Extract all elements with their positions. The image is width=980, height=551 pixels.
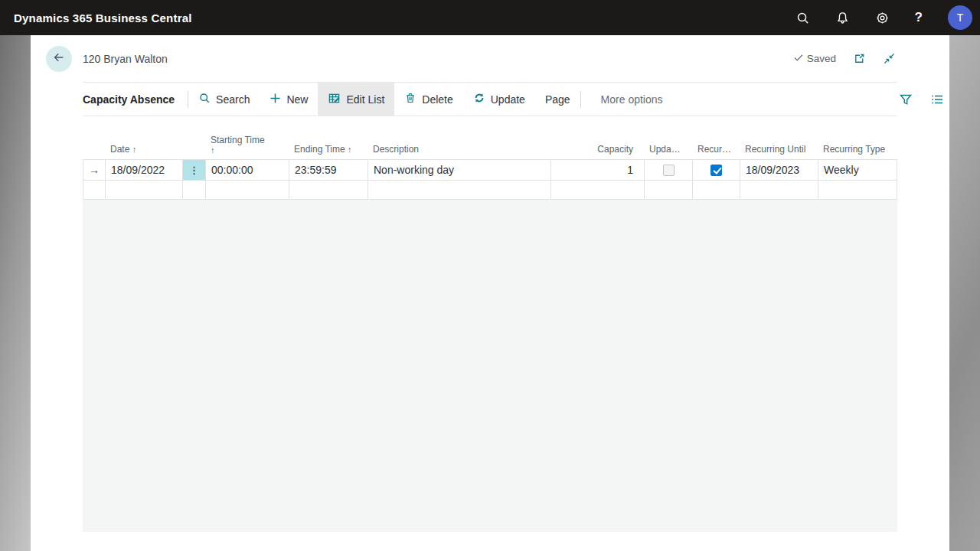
- empty-list-area: [83, 200, 897, 532]
- current-row-arrow-icon: →: [89, 164, 100, 176]
- edit-list-icon: [328, 92, 341, 107]
- list-view-icon[interactable]: [930, 93, 944, 106]
- capacity-absence-table: Date ↑ Starting Time↑ Ending Time ↑ Desc…: [31, 116, 949, 532]
- page-content: 120 Bryan Walton Saved Capacity Absenc: [31, 35, 949, 551]
- page-header-actions: Saved: [793, 52, 949, 65]
- left-gradient-band: [0, 35, 31, 551]
- column-header-recurring[interactable]: Recur…: [692, 144, 740, 155]
- ending-time-cell[interactable]: 23:59:59: [289, 160, 368, 180]
- sort-asc-icon: ↑: [348, 145, 352, 154]
- back-arrow-icon: [52, 51, 66, 67]
- new-button[interactable]: New: [260, 83, 318, 116]
- toolbar-right-icons: [899, 93, 949, 106]
- help-icon[interactable]: ?: [915, 10, 923, 25]
- column-header-capacity[interactable]: Capacity: [550, 144, 644, 155]
- filter-icon[interactable]: [899, 93, 913, 106]
- sort-asc-icon: ↑: [211, 145, 283, 155]
- search-icon: [198, 92, 211, 106]
- recurring-type-cell[interactable]: Weekly: [818, 160, 898, 180]
- column-header-starting-time[interactable]: Starting Time↑: [205, 135, 289, 155]
- topbar-actions: ? T: [795, 5, 972, 30]
- back-button[interactable]: [46, 46, 72, 72]
- search-icon[interactable]: [795, 11, 810, 25]
- starting-time-cell[interactable]: 00:00:00: [206, 160, 289, 180]
- update-button[interactable]: Update: [463, 83, 535, 116]
- app-title: Dynamics 365 Business Central: [14, 11, 192, 24]
- edit-list-button-label: Edit List: [346, 93, 384, 106]
- column-header-recurring-type[interactable]: Recurring Type: [818, 144, 897, 155]
- open-in-window-icon[interactable]: [853, 52, 866, 65]
- avatar[interactable]: T: [948, 5, 972, 30]
- saved-label: Saved: [807, 53, 836, 64]
- page-menu-button[interactable]: Page: [535, 83, 580, 116]
- main-area: 120 Bryan Walton Saved Capacity Absenc: [0, 35, 980, 551]
- description-cell[interactable]: Non-working day: [368, 160, 551, 180]
- delete-button-label: Delete: [422, 93, 452, 106]
- page-menu-label: Page: [545, 93, 570, 106]
- cell-context-menu[interactable]: ⋮: [183, 160, 206, 180]
- column-header-update[interactable]: Upda…: [644, 144, 692, 155]
- plus-icon: [270, 93, 281, 106]
- edit-list-button[interactable]: Edit List: [318, 83, 394, 116]
- page-header: 120 Bryan Walton Saved: [31, 35, 949, 82]
- search-button[interactable]: Search: [188, 83, 260, 116]
- recurring-until-cell[interactable]: 18/09/2023: [740, 160, 818, 180]
- refresh-icon: [473, 92, 485, 106]
- notifications-bell-icon[interactable]: [835, 11, 850, 25]
- trash-icon: [404, 92, 416, 106]
- list-caption: Capacity Absence: [83, 93, 175, 106]
- update-button-label: Update: [491, 93, 525, 106]
- right-gradient-band: [949, 35, 980, 551]
- delete-button[interactable]: Delete: [394, 83, 462, 116]
- recurring-checkbox[interactable]: [710, 165, 722, 176]
- avatar-initial: T: [957, 11, 964, 24]
- saved-indicator: Saved: [793, 52, 836, 65]
- row-selector-cell[interactable]: →: [83, 160, 106, 180]
- search-button-label: Search: [216, 93, 250, 106]
- table-row-empty[interactable]: [83, 181, 897, 200]
- column-header-description[interactable]: Description: [368, 144, 550, 155]
- table-header-row: Date ↑ Starting Time↑ Ending Time ↑ Desc…: [83, 122, 897, 159]
- update-checkbox[interactable]: [663, 165, 675, 176]
- table-row: → 18/09/2022 ⋮ 00:00:00 23:59:59 Non-wor…: [83, 159, 897, 181]
- topbar: Dynamics 365 Business Central ? T: [0, 0, 980, 35]
- column-header-ending-time[interactable]: Ending Time ↑: [289, 144, 368, 155]
- action-bar: Capacity Absence Search New Edit List: [31, 83, 949, 116]
- column-header-date[interactable]: Date ↑: [105, 144, 182, 155]
- capacity-cell[interactable]: 1: [551, 160, 645, 180]
- toolbar-divider: [580, 91, 581, 108]
- update-checkbox-cell: [645, 160, 693, 180]
- settings-gear-icon[interactable]: [875, 11, 890, 25]
- column-header-recurring-until[interactable]: Recurring Until: [740, 144, 818, 155]
- more-options-button[interactable]: More options: [591, 93, 673, 106]
- check-icon: [793, 52, 804, 65]
- sort-asc-icon: ↑: [132, 145, 137, 154]
- page-title: 120 Bryan Walton: [83, 53, 168, 65]
- ellipsis-icon: ⋮: [189, 165, 199, 176]
- collapse-view-icon[interactable]: [883, 52, 896, 65]
- new-button-label: New: [286, 93, 308, 106]
- date-cell[interactable]: 18/09/2022: [106, 160, 183, 180]
- recurring-checkbox-cell: [693, 160, 740, 180]
